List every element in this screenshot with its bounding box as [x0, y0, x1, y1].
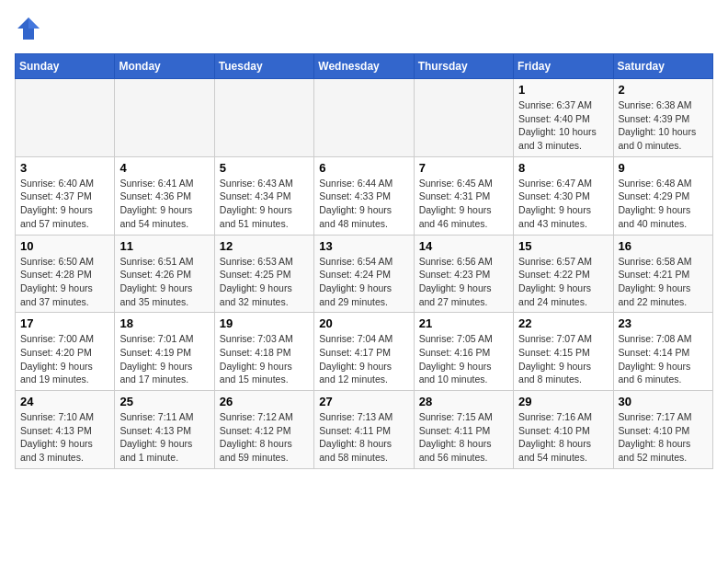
day-cell — [414, 79, 513, 157]
day-cell — [16, 79, 115, 157]
day-info: Sunrise: 6:58 AM Sunset: 4:21 PM Dayligh… — [619, 255, 708, 309]
day-info: Sunrise: 6:41 AM Sunset: 4:36 PM Dayligh… — [119, 177, 209, 231]
day-number: 5 — [220, 161, 309, 175]
day-cell: 29Sunrise: 7:16 AM Sunset: 4:10 PM Dayli… — [514, 391, 613, 469]
day-cell: 20Sunrise: 7:04 AM Sunset: 4:17 PM Dayli… — [314, 313, 414, 391]
calendar-header: SundayMondayTuesdayWednesdayThursdayFrid… — [16, 54, 713, 79]
day-info: Sunrise: 6:47 AM Sunset: 4:30 PM Dayligh… — [518, 177, 608, 231]
week-row-1: 1Sunrise: 6:37 AM Sunset: 4:40 PM Daylig… — [16, 79, 713, 157]
day-cell: 11Sunrise: 6:51 AM Sunset: 4:26 PM Dayli… — [115, 235, 214, 313]
day-cell: 16Sunrise: 6:58 AM Sunset: 4:21 PM Dayli… — [613, 235, 712, 313]
day-number: 15 — [518, 239, 608, 253]
day-cell — [314, 79, 414, 157]
header-day-wednesday: Wednesday — [314, 54, 414, 79]
header-day-saturday: Saturday — [613, 54, 712, 79]
page-header — [15, 15, 713, 42]
day-number: 19 — [220, 316, 309, 330]
day-number: 30 — [619, 395, 708, 408]
day-cell: 12Sunrise: 6:53 AM Sunset: 4:25 PM Dayli… — [214, 235, 313, 313]
day-cell: 15Sunrise: 6:57 AM Sunset: 4:22 PM Dayli… — [514, 235, 613, 313]
day-number: 13 — [319, 239, 408, 253]
day-number: 3 — [20, 161, 109, 175]
day-number: 26 — [220, 395, 309, 408]
day-info: Sunrise: 7:07 AM Sunset: 4:15 PM Dayligh… — [518, 332, 608, 386]
day-cell: 9Sunrise: 6:48 AM Sunset: 4:29 PM Daylig… — [613, 156, 712, 235]
day-number: 6 — [319, 161, 408, 175]
day-number: 24 — [20, 395, 109, 408]
header-day-thursday: Thursday — [414, 54, 513, 79]
day-info: Sunrise: 6:44 AM Sunset: 4:33 PM Dayligh… — [319, 177, 408, 231]
day-info: Sunrise: 7:10 AM Sunset: 4:13 PM Dayligh… — [20, 410, 109, 465]
day-cell: 2Sunrise: 6:38 AM Sunset: 4:39 PM Daylig… — [613, 79, 712, 157]
day-number: 25 — [119, 395, 209, 408]
day-number: 28 — [419, 395, 508, 408]
day-info: Sunrise: 6:51 AM Sunset: 4:26 PM Dayligh… — [119, 255, 209, 309]
day-info: Sunrise: 7:01 AM Sunset: 4:19 PM Dayligh… — [119, 332, 209, 386]
day-cell: 30Sunrise: 7:17 AM Sunset: 4:10 PM Dayli… — [613, 391, 712, 469]
day-number: 21 — [419, 316, 508, 330]
day-cell: 7Sunrise: 6:45 AM Sunset: 4:31 PM Daylig… — [414, 156, 513, 235]
day-number: 16 — [619, 239, 708, 253]
day-number: 2 — [619, 83, 708, 97]
week-row-5: 24Sunrise: 7:10 AM Sunset: 4:13 PM Dayli… — [16, 391, 713, 469]
header-row: SundayMondayTuesdayWednesdayThursdayFrid… — [16, 54, 713, 79]
header-day-sunday: Sunday — [16, 54, 115, 79]
day-cell — [214, 79, 313, 157]
logo-icon — [15, 15, 42, 42]
day-cell: 24Sunrise: 7:10 AM Sunset: 4:13 PM Dayli… — [16, 391, 115, 469]
day-number: 10 — [20, 239, 109, 253]
day-number: 1 — [518, 83, 608, 97]
header-day-tuesday: Tuesday — [214, 54, 313, 79]
day-info: Sunrise: 7:04 AM Sunset: 4:17 PM Dayligh… — [319, 332, 408, 386]
day-number: 4 — [119, 161, 209, 175]
day-info: Sunrise: 6:43 AM Sunset: 4:34 PM Dayligh… — [220, 177, 309, 231]
day-info: Sunrise: 7:13 AM Sunset: 4:11 PM Dayligh… — [319, 410, 408, 465]
day-cell: 28Sunrise: 7:15 AM Sunset: 4:11 PM Dayli… — [414, 391, 513, 469]
day-info: Sunrise: 6:56 AM Sunset: 4:23 PM Dayligh… — [419, 255, 508, 309]
day-cell: 14Sunrise: 6:56 AM Sunset: 4:23 PM Dayli… — [414, 235, 513, 313]
day-number: 17 — [20, 316, 109, 330]
day-info: Sunrise: 7:15 AM Sunset: 4:11 PM Dayligh… — [419, 410, 508, 465]
day-number: 11 — [119, 239, 209, 253]
day-cell: 26Sunrise: 7:12 AM Sunset: 4:12 PM Dayli… — [214, 391, 313, 469]
day-info: Sunrise: 7:11 AM Sunset: 4:13 PM Dayligh… — [119, 410, 209, 465]
day-number: 12 — [220, 239, 309, 253]
day-cell — [115, 79, 214, 157]
week-row-2: 3Sunrise: 6:40 AM Sunset: 4:37 PM Daylig… — [16, 156, 713, 235]
day-info: Sunrise: 6:38 AM Sunset: 4:39 PM Dayligh… — [619, 98, 708, 153]
header-day-monday: Monday — [115, 54, 214, 79]
day-cell: 27Sunrise: 7:13 AM Sunset: 4:11 PM Dayli… — [314, 391, 414, 469]
calendar: SundayMondayTuesdayWednesdayThursdayFrid… — [15, 53, 713, 469]
day-cell: 13Sunrise: 6:54 AM Sunset: 4:24 PM Dayli… — [314, 235, 414, 313]
day-info: Sunrise: 6:57 AM Sunset: 4:22 PM Dayligh… — [518, 255, 608, 309]
day-info: Sunrise: 7:12 AM Sunset: 4:12 PM Dayligh… — [220, 410, 309, 465]
day-number: 29 — [518, 395, 608, 408]
day-info: Sunrise: 7:16 AM Sunset: 4:10 PM Dayligh… — [518, 410, 608, 465]
day-info: Sunrise: 6:48 AM Sunset: 4:29 PM Dayligh… — [619, 177, 708, 231]
day-number: 22 — [518, 316, 608, 330]
day-cell: 21Sunrise: 7:05 AM Sunset: 4:16 PM Dayli… — [414, 313, 513, 391]
day-number: 8 — [518, 161, 608, 175]
day-cell: 3Sunrise: 6:40 AM Sunset: 4:37 PM Daylig… — [16, 156, 115, 235]
day-info: Sunrise: 6:37 AM Sunset: 4:40 PM Dayligh… — [518, 98, 608, 153]
day-cell: 10Sunrise: 6:50 AM Sunset: 4:28 PM Dayli… — [16, 235, 115, 313]
day-number: 27 — [319, 395, 408, 408]
header-day-friday: Friday — [514, 54, 613, 79]
day-info: Sunrise: 7:00 AM Sunset: 4:20 PM Dayligh… — [20, 332, 109, 386]
day-cell: 5Sunrise: 6:43 AM Sunset: 4:34 PM Daylig… — [214, 156, 313, 235]
calendar-body: 1Sunrise: 6:37 AM Sunset: 4:40 PM Daylig… — [16, 79, 713, 469]
week-row-3: 10Sunrise: 6:50 AM Sunset: 4:28 PM Dayli… — [16, 235, 713, 313]
day-info: Sunrise: 6:54 AM Sunset: 4:24 PM Dayligh… — [319, 255, 408, 309]
day-info: Sunrise: 6:40 AM Sunset: 4:37 PM Dayligh… — [20, 177, 109, 231]
day-number: 20 — [319, 316, 408, 330]
day-cell: 25Sunrise: 7:11 AM Sunset: 4:13 PM Dayli… — [115, 391, 214, 469]
day-info: Sunrise: 7:03 AM Sunset: 4:18 PM Dayligh… — [220, 332, 309, 386]
day-cell: 19Sunrise: 7:03 AM Sunset: 4:18 PM Dayli… — [214, 313, 313, 391]
day-cell: 17Sunrise: 7:00 AM Sunset: 4:20 PM Dayli… — [16, 313, 115, 391]
day-cell: 1Sunrise: 6:37 AM Sunset: 4:40 PM Daylig… — [514, 79, 613, 157]
day-info: Sunrise: 6:53 AM Sunset: 4:25 PM Dayligh… — [220, 255, 309, 309]
day-info: Sunrise: 6:45 AM Sunset: 4:31 PM Dayligh… — [419, 177, 508, 231]
day-cell: 23Sunrise: 7:08 AM Sunset: 4:14 PM Dayli… — [613, 313, 712, 391]
day-cell: 4Sunrise: 6:41 AM Sunset: 4:36 PM Daylig… — [115, 156, 214, 235]
day-number: 14 — [419, 239, 508, 253]
